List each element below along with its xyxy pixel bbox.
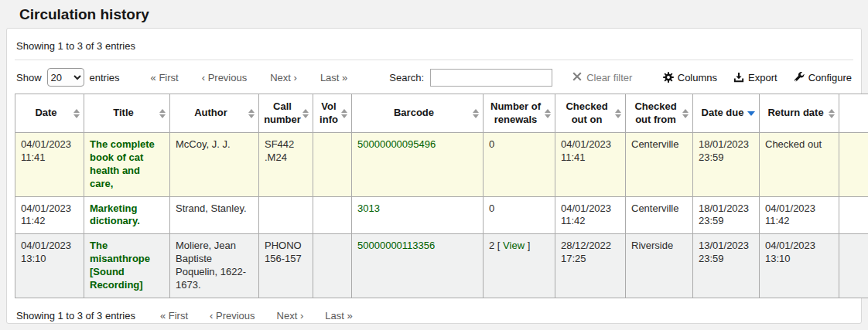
- clear-filter-label: Clear filter: [586, 72, 632, 83]
- show-label: Show: [16, 72, 42, 83]
- cell-checked-out-on: 28/12/2022 17:25: [555, 234, 626, 298]
- column-label: Checked out on: [566, 100, 607, 124]
- circulation-history-table: Date Title Author Call number: [15, 94, 868, 298]
- pagination-bottom: « First ‹ Previous Next › Last »: [160, 310, 374, 321]
- pagination-previous-button[interactable]: ‹ Previous: [210, 310, 255, 321]
- column-label: Author: [194, 107, 227, 118]
- cell-overflow: [839, 196, 868, 234]
- column-label: Date: [35, 107, 56, 118]
- sort-up-down-icon[interactable]: [545, 109, 551, 118]
- sort-up-down-icon[interactable]: [682, 109, 689, 118]
- cell-date-due: 13/01/2023 23:59: [693, 234, 760, 298]
- circulation-history-panel: Showing 1 to 3 of 3 entries Show 20 entr…: [6, 28, 862, 324]
- column-label: Return date: [767, 107, 823, 118]
- pagination-next-button[interactable]: Next ›: [270, 72, 297, 83]
- table-info-top: Showing 1 to 3 of 3 entries: [15, 29, 853, 60]
- cell-renewals: 0: [484, 133, 555, 197]
- gear-icon: [663, 72, 674, 83]
- view-renewals-link[interactable]: View: [503, 240, 525, 251]
- cell-date: 04/01/2023 11:42: [15, 196, 84, 234]
- column-header-barcode[interactable]: Barcode: [352, 94, 484, 133]
- cell-title: The complete book of cat health and care…: [84, 133, 170, 197]
- search-input[interactable]: [430, 69, 552, 87]
- configure-label: Configure: [808, 72, 852, 83]
- page-size-select[interactable]: 20: [47, 68, 84, 87]
- cell-vol-info: [313, 196, 352, 234]
- circulation-table-wrap: Date Title Author Call number: [15, 94, 861, 298]
- pagination-previous-button[interactable]: ‹ Previous: [202, 72, 248, 83]
- cell-checked-out-from: Centerville: [626, 133, 693, 197]
- export-label: Export: [748, 72, 777, 83]
- cell-author: Moliere, Jean Baptiste Poquelin, 1622-16…: [170, 234, 259, 298]
- column-header-overflow: [839, 94, 868, 133]
- column-header-return-date[interactable]: Return date: [760, 94, 839, 133]
- title-link[interactable]: Marketing dictionary.: [90, 202, 140, 227]
- cell-checked-out-from: Centerville: [626, 196, 693, 234]
- barcode-link[interactable]: 50000000095496: [357, 138, 436, 150]
- clear-filter-button[interactable]: Clear filter: [572, 72, 632, 83]
- column-header-author[interactable]: Author: [170, 94, 259, 133]
- column-label: Checked out from: [634, 100, 676, 124]
- header-row: Date Title Author Call number: [15, 94, 868, 133]
- column-label: Date due: [702, 107, 744, 118]
- column-header-checked-out-on[interactable]: Checked out on: [555, 94, 626, 133]
- cell-vol-info: [313, 133, 352, 197]
- sort-up-down-icon[interactable]: [159, 109, 166, 118]
- renewals-bracket-open: [: [494, 240, 503, 251]
- cell-return-date: 04/01/2023 13:10: [760, 234, 839, 298]
- search-label: Search:: [389, 72, 424, 83]
- sort-up-down-icon[interactable]: [473, 109, 479, 118]
- entries-label: entries: [90, 72, 120, 83]
- pagination-last-button[interactable]: Last »: [325, 310, 352, 321]
- title-link[interactable]: The complete book of cat health and care…: [90, 138, 155, 189]
- cell-author: McCoy, J. J.: [170, 133, 259, 197]
- cell-call-number: SF442 .M24: [259, 133, 313, 197]
- table-controls: Show 20 entries « First ‹ Previous Next …: [7, 60, 861, 94]
- cell-title: The misanthrope [Sound Recording]: [84, 234, 170, 298]
- column-header-vol-info[interactable]: Vol info: [313, 94, 352, 133]
- cell-renewals: 2 [ View ]: [484, 234, 555, 298]
- column-header-call-number[interactable]: Call number: [259, 94, 313, 133]
- pagination-next-button[interactable]: Next ›: [277, 310, 304, 321]
- pagination-first-button[interactable]: « First: [160, 310, 188, 321]
- sort-up-down-icon[interactable]: [341, 109, 347, 118]
- cell-barcode: 50000000113356: [352, 234, 484, 298]
- cell-checked-out-on: 04/01/2023 11:41: [555, 133, 626, 197]
- cell-return-date: 04/01/2023 11:42: [760, 196, 839, 234]
- cell-vol-info: [313, 234, 352, 298]
- sort-up-down-icon[interactable]: [829, 109, 835, 118]
- page-title: Circulation history: [0, 0, 868, 23]
- sort-desc-icon[interactable]: [747, 111, 755, 116]
- sort-up-down-icon[interactable]: [73, 109, 80, 118]
- cell-return-date: Checked out: [760, 133, 839, 197]
- configure-button[interactable]: Configure: [794, 72, 852, 83]
- cell-title: Marketing dictionary.: [84, 196, 170, 234]
- pagination-first-button[interactable]: « First: [151, 72, 179, 83]
- pagination-last-button[interactable]: Last »: [320, 72, 347, 83]
- column-header-checked-out-from[interactable]: Checked out from: [626, 94, 693, 133]
- sort-up-down-icon[interactable]: [302, 109, 309, 118]
- cell-date-due: 18/01/2023 23:59: [693, 133, 760, 197]
- table-footer: Showing 1 to 3 of 3 entries « First ‹ Pr…: [7, 298, 861, 330]
- cell-barcode: 50000000095496: [352, 133, 484, 197]
- column-header-number-of-renewals[interactable]: Number of renewals: [484, 94, 555, 133]
- sort-up-down-icon[interactable]: [615, 109, 621, 118]
- cell-renewals: 0: [484, 196, 555, 234]
- column-header-date-due[interactable]: Date due: [693, 94, 760, 133]
- x-icon: [572, 72, 582, 83]
- export-button[interactable]: Export: [733, 72, 777, 83]
- cell-date: 04/01/2023 13:10: [15, 234, 84, 298]
- renewals-bracket-close: ]: [525, 240, 530, 251]
- title-link[interactable]: The misanthrope [Sound Recording]: [90, 240, 150, 291]
- column-header-date[interactable]: Date: [15, 94, 84, 133]
- barcode-link[interactable]: 3013: [357, 202, 380, 214]
- columns-button[interactable]: Columns: [663, 72, 717, 83]
- barcode-link[interactable]: 50000000113356: [357, 240, 435, 251]
- wrench-icon: [794, 72, 805, 83]
- column-label: Barcode: [394, 107, 434, 118]
- cell-call-number: [259, 196, 313, 234]
- page-size-group: Show 20 entries: [16, 68, 120, 87]
- sort-up-down-icon[interactable]: [248, 109, 255, 118]
- column-header-title[interactable]: Title: [84, 94, 170, 133]
- cell-date-due: 18/01/2023 23:59: [693, 196, 760, 234]
